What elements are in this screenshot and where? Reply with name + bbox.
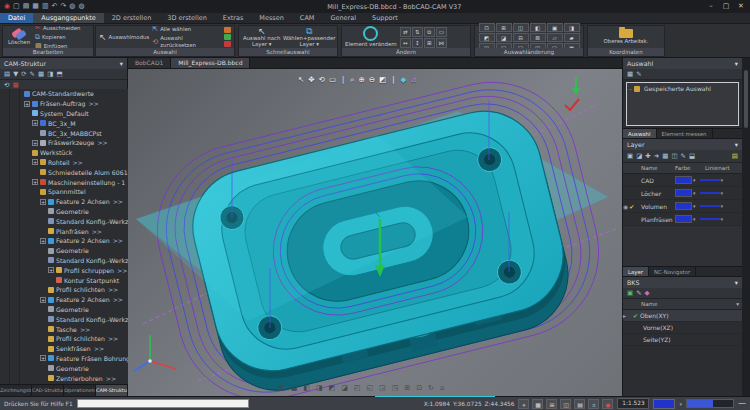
tab-cam-struktur[interactable]: CAM-Struktur: [96, 385, 128, 396]
tree-item[interactable]: Geometrie: [0, 305, 128, 315]
selection-change-icon[interactable]: ◪: [496, 33, 512, 42]
plane-icon[interactable]: ⊿: [410, 75, 416, 85]
tree-item[interactable]: Zentrierbohren>>: [0, 373, 128, 383]
tab-auswahl[interactable]: Auswahl: [623, 129, 657, 138]
help-icon[interactable]: ◍: [69, 0, 75, 13]
tree-item[interactable]: BC_3x_MABBCPst: [0, 128, 128, 138]
chevron-down-icon[interactable]: ▾: [693, 203, 696, 209]
view-preset-icon[interactable]: ⊞: [404, 384, 410, 392]
layer-row-active[interactable]: ◉✔ Volumen ▾ ▾: [623, 200, 742, 213]
new-layer-icon[interactable]: ▤: [732, 151, 738, 161]
modify-icon[interactable]: ▭: [436, 27, 447, 37]
selection-tool-icon[interactable]: ▦: [627, 69, 633, 79]
selection-change-icon[interactable]: ◩: [479, 33, 495, 42]
zoom-slider[interactable]: [686, 399, 734, 408]
view-preset-icon[interactable]: ⌂: [440, 384, 444, 392]
scrollbar-thumb[interactable]: [744, 70, 748, 128]
cam-toolbar-icon[interactable]: ▦: [38, 69, 44, 79]
tab-zeichnungsliste[interactable]: Zeichnungsla: [0, 385, 32, 396]
collapse-icon[interactable]: –: [629, 85, 632, 92]
view-preset-icon[interactable]: ◰: [354, 384, 361, 392]
select-all-button[interactable]: ⇱Alle wählen: [152, 25, 219, 33]
pin-icon[interactable]: ▾: [735, 60, 738, 67]
selection-tool-icon[interactable]: ✎: [636, 69, 641, 79]
layer-tool-icon[interactable]: ▣: [627, 151, 633, 161]
tree-item[interactable]: +BC_3x_M: [0, 118, 128, 128]
selection-color-chip[interactable]: [224, 34, 231, 40]
selection-change-icon[interactable]: ◧: [530, 23, 546, 32]
layer-row[interactable]: Planfräsen ▾ ▾: [623, 213, 742, 226]
view-preset-icon[interactable]: ◨: [316, 384, 323, 392]
linetype-swatch[interactable]: [700, 179, 720, 181]
tab-support[interactable]: Support: [364, 13, 406, 23]
tree-item[interactable]: +Feature 2 Achsen>>: [0, 197, 128, 207]
save-icon[interactable]: ▦: [32, 0, 39, 13]
chevron-down-icon[interactable]: ▾: [693, 216, 696, 222]
expander-icon[interactable]: +: [40, 355, 46, 361]
expander-icon[interactable]: +: [32, 120, 38, 126]
ucs-folder-button[interactable]: Oberes Arbeitsk.: [604, 29, 649, 45]
record-toggle-icon[interactable]: ◉: [602, 399, 613, 409]
view-preset-icon[interactable]: ◪: [341, 384, 348, 392]
tree-item[interactable]: Kontur Startpunkt: [0, 275, 128, 285]
resize-handle[interactable]: —: [738, 399, 746, 408]
color-swatch[interactable]: [675, 202, 692, 210]
transform-element-button[interactable]: Element verändern: [345, 26, 397, 48]
tree-item[interactable]: +Maschineneinstellung - 1>>: [0, 177, 128, 187]
expander-icon[interactable]: +: [40, 238, 46, 244]
selection-change-icon[interactable]: ⊡: [479, 23, 495, 32]
chevron-down-icon[interactable]: ▾: [679, 401, 682, 407]
selection-mode-button[interactable]: ↖Auswahlmodus: [99, 33, 149, 41]
chevron-down-icon[interactable]: ▾: [693, 177, 696, 183]
undo-icon[interactable]: ↶: [52, 0, 58, 13]
modify-icon[interactable]: ↔: [400, 38, 411, 48]
layer-tool-icon[interactable]: ✎: [681, 151, 686, 161]
view-preset-icon[interactable]: ◧: [303, 384, 310, 392]
layer-tool-icon[interactable]: ⬓: [689, 151, 695, 161]
chevron-down-icon[interactable]: ▾: [721, 216, 724, 222]
reset-selection-button[interactable]: ⟲Auswahl zurücksetzen: [152, 35, 219, 49]
pan-icon[interactable]: ✥: [308, 75, 314, 85]
layer-tool-icon[interactable]: ◪: [636, 151, 642, 161]
modify-icon[interactable]: ⧉: [424, 27, 435, 37]
chevron-down-icon[interactable]: ▾: [693, 190, 696, 196]
tree-item[interactable]: Senkfräsen>>: [0, 344, 128, 354]
window-select-icon[interactable]: ▭: [329, 75, 336, 85]
tab-operationen[interactable]: Operationen: [64, 385, 96, 396]
pin-icon[interactable]: ▾: [735, 279, 738, 286]
zoom-out-icon[interactable]: ⊖: [369, 75, 375, 85]
tree-item[interactable]: +Fräswerkzeuge>>: [0, 138, 128, 148]
select-matching-layer-button[interactable]: ⧉ Wählen+passender Layer ▾: [284, 27, 334, 47]
saved-selection-item[interactable]: – Gespeicherte Auswahl: [629, 85, 736, 92]
tree-item[interactable]: +Rohteil>>: [0, 158, 128, 168]
solid-icon[interactable]: ◆: [400, 75, 406, 85]
linetype-swatch[interactable]: [700, 218, 720, 220]
selection-change-icon[interactable]: ⊞: [496, 23, 512, 32]
tab-nc-navigator[interactable]: NC-Navigator: [649, 267, 696, 276]
linetype-swatch[interactable]: [700, 205, 720, 207]
zoom-in-icon[interactable]: ⊕: [358, 75, 364, 85]
selection-change-icon[interactable]: ⊟: [513, 33, 529, 42]
selection-color-chip[interactable]: [224, 27, 231, 33]
view-preset-icon[interactable]: ◱: [366, 384, 373, 392]
delete-button[interactable]: Löschen: [6, 29, 32, 46]
cut-button[interactable]: ✂Ausschneiden: [35, 24, 80, 32]
expander-icon[interactable]: +: [32, 159, 38, 165]
command-input[interactable]: [77, 399, 249, 408]
expander-icon[interactable]: +: [40, 199, 46, 205]
cam-toolbar-icon[interactable]: ◨: [47, 69, 53, 79]
modify-icon[interactable]: ↕: [412, 38, 423, 48]
selection-change-icon[interactable]: ◫: [513, 23, 529, 32]
rotate-view-icon[interactable]: ⟲: [319, 75, 325, 85]
cam-toolbar-icon[interactable]: ✎: [30, 69, 35, 79]
tree-item[interactable]: Schmiedeteile Alum 6061-: [0, 167, 128, 177]
visibility-eye-icon[interactable]: ◉: [623, 203, 628, 210]
tree-item[interactable]: +Feature 2 Achsen>>: [0, 295, 128, 305]
tree-item[interactable]: +Fräsen-Auftrag>>: [0, 99, 128, 109]
expander-icon[interactable]: +: [32, 179, 38, 185]
bks-tool-icon[interactable]: ◆: [645, 288, 650, 298]
viewport-3d[interactable]: ↖ ✥ ⟲ ▭ ❘ ⌕ ⊕ ⊖ ◩ ❘ ◆ ⊿: [128, 69, 622, 396]
redo-icon[interactable]: ↷: [60, 0, 66, 13]
tree-item[interactable]: +Feature Fräsen Bohrung: [0, 354, 128, 364]
selection-change-icon[interactable]: ▣: [547, 23, 563, 32]
